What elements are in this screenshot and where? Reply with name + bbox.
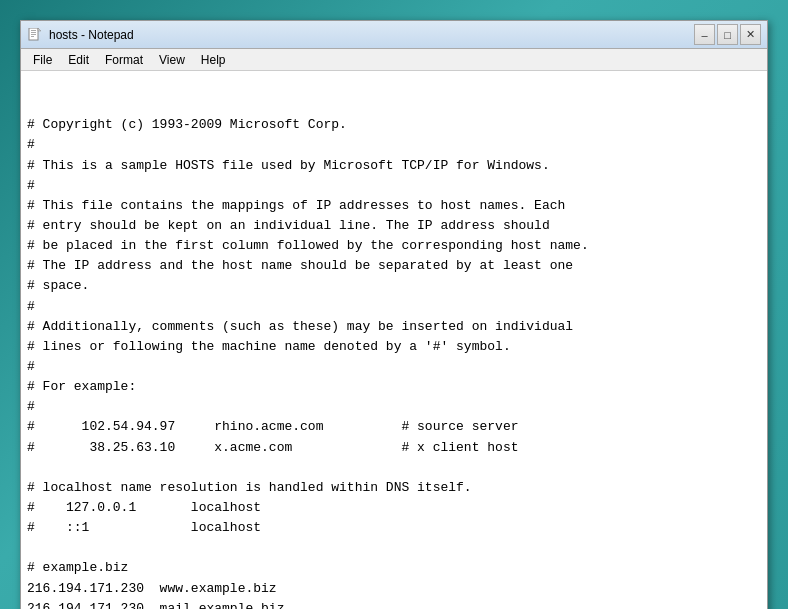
editor-line: # example.biz xyxy=(27,558,761,578)
window-title: hosts - Notepad xyxy=(49,28,694,42)
editor-line xyxy=(27,458,761,478)
editor-line: # space. xyxy=(27,276,761,296)
window-controls: – □ ✕ xyxy=(694,24,761,45)
editor-line: # 38.25.63.10 x.acme.com # x client host xyxy=(27,438,761,458)
svg-marker-5 xyxy=(38,28,41,31)
svg-rect-1 xyxy=(31,30,36,31)
editor-line: # 102.54.94.97 rhino.acme.com # source s… xyxy=(27,417,761,437)
editor-line xyxy=(27,538,761,558)
editor-line: # lines or following the machine name de… xyxy=(27,337,761,357)
editor-line: # This file contains the mappings of IP … xyxy=(27,196,761,216)
editor-line: # 127.0.0.1 localhost xyxy=(27,498,761,518)
editor-line: # localhost name resolution is handled w… xyxy=(27,478,761,498)
menu-bar: File Edit Format View Help xyxy=(21,49,767,71)
editor-line: # xyxy=(27,297,761,317)
menu-edit[interactable]: Edit xyxy=(60,49,97,70)
editor-line: # For example: xyxy=(27,377,761,397)
editor-line: # This is a sample HOSTS file used by Mi… xyxy=(27,156,761,176)
editor-line: 216.194.171.230 www.example.biz xyxy=(27,579,761,599)
minimize-button[interactable]: – xyxy=(694,24,715,45)
menu-format[interactable]: Format xyxy=(97,49,151,70)
text-editor[interactable]: # Copyright (c) 1993-2009 Microsoft Corp… xyxy=(21,71,767,609)
editor-line: # xyxy=(27,176,761,196)
editor-line: # xyxy=(27,357,761,377)
menu-view[interactable]: View xyxy=(151,49,193,70)
editor-line: # xyxy=(27,397,761,417)
editor-line: # Copyright (c) 1993-2009 Microsoft Corp… xyxy=(27,115,761,135)
svg-rect-3 xyxy=(31,34,36,35)
maximize-button[interactable]: □ xyxy=(717,24,738,45)
menu-file[interactable]: File xyxy=(25,49,60,70)
notepad-window: hosts - Notepad – □ ✕ File Edit Format V… xyxy=(20,20,768,609)
app-icon xyxy=(27,27,43,43)
editor-line: # ::1 localhost xyxy=(27,518,761,538)
editor-line: # xyxy=(27,135,761,155)
close-button[interactable]: ✕ xyxy=(740,24,761,45)
title-bar: hosts - Notepad – □ ✕ xyxy=(21,21,767,49)
menu-help[interactable]: Help xyxy=(193,49,234,70)
editor-line: # entry should be kept on an individual … xyxy=(27,216,761,236)
editor-line: # be placed in the first column followed… xyxy=(27,236,761,256)
svg-rect-4 xyxy=(31,36,34,37)
svg-rect-2 xyxy=(31,32,36,33)
editor-line: 216.194.171.230 mail.example.biz xyxy=(27,599,761,609)
editor-line: # Additionally, comments (such as these)… xyxy=(27,317,761,337)
editor-line: # The IP address and the host name shoul… xyxy=(27,256,761,276)
